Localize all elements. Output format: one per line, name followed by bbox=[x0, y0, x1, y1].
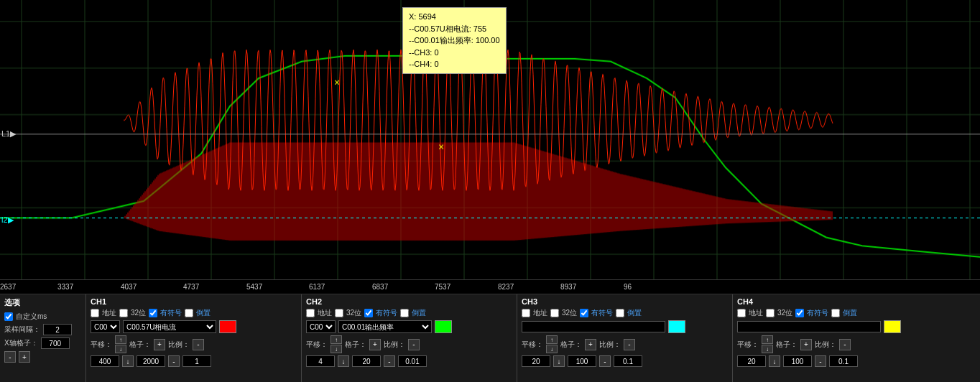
ch1-offset-down[interactable]: ↓ bbox=[115, 345, 126, 353]
ch2-invert-checkbox[interactable] bbox=[400, 309, 409, 317]
ch4-grid-input[interactable] bbox=[783, 355, 812, 367]
ch1-title: CH1 bbox=[91, 297, 297, 306]
options-minus-btn[interactable]: - bbox=[4, 351, 16, 363]
ch4-title: CH4 bbox=[737, 297, 944, 306]
ch1-signed-label: 有符号 bbox=[160, 308, 182, 318]
custom-ms-row: 自定义ms bbox=[4, 312, 81, 322]
x-grid-row: X轴格子： bbox=[4, 337, 81, 349]
ch3-invert-checkbox[interactable] bbox=[616, 309, 624, 317]
ch2-device-select[interactable]: C00 bbox=[306, 320, 336, 333]
ch2-device-row: C00 C00.01输出频率 bbox=[306, 320, 512, 333]
ch1-checkbox-row: 地址 32位 有符号 倒置 bbox=[91, 308, 297, 318]
ch1-color-box[interactable] bbox=[219, 320, 236, 333]
ch1-addr-label: 地址 bbox=[102, 308, 116, 318]
ch4-signed-label: 有符号 bbox=[807, 308, 828, 318]
ch4-offset-up[interactable]: ↑ bbox=[762, 335, 773, 344]
ch2-32bit-checkbox[interactable] bbox=[335, 309, 343, 317]
options-plus-btn[interactable]: + bbox=[19, 351, 30, 363]
ch2-grid-minus[interactable]: - bbox=[384, 355, 395, 367]
ch3-grid-plus[interactable]: + bbox=[585, 339, 596, 350]
ch4-values-row: ↓ - bbox=[737, 355, 944, 367]
ch1-grid-plus[interactable]: + bbox=[154, 339, 165, 350]
ch2-scale-input[interactable] bbox=[398, 355, 427, 367]
ch1-scale-input[interactable] bbox=[182, 355, 211, 367]
ch1-offset-up[interactable]: ↑ bbox=[115, 335, 126, 344]
ch2-channel-select[interactable]: C00.01输出频率 bbox=[338, 320, 432, 333]
ch1-values-row: ↓ - bbox=[91, 355, 297, 367]
ch2-addr-checkbox[interactable] bbox=[306, 309, 315, 317]
ch4-scale-label: 比例： bbox=[815, 340, 836, 350]
ch3-invert-label: 倒置 bbox=[627, 308, 642, 318]
ch1-invert-checkbox[interactable] bbox=[185, 309, 193, 317]
custom-ms-checkbox[interactable] bbox=[4, 312, 13, 321]
ch1-channel-select[interactable]: C00.57U相电流 bbox=[123, 320, 216, 333]
ch4-32bit-checkbox[interactable] bbox=[766, 309, 775, 317]
ch4-scale-input[interactable] bbox=[829, 355, 858, 367]
ch2-offset-down[interactable]: ↓ bbox=[330, 345, 342, 353]
ch4-offset-updown: ↑ ↓ bbox=[762, 335, 773, 353]
ch3-device-input[interactable] bbox=[522, 321, 665, 332]
ch1-signed-checkbox[interactable] bbox=[149, 309, 157, 317]
ch1-32bit-checkbox[interactable] bbox=[119, 309, 128, 317]
ch3-offset-input[interactable] bbox=[522, 355, 550, 367]
ch1-device-select[interactable]: C00 bbox=[91, 320, 120, 333]
ch1-grid-minus[interactable]: - bbox=[168, 355, 180, 367]
ch2-offset-up[interactable]: ↑ bbox=[330, 335, 342, 344]
ch4-scale-minus[interactable]: - bbox=[839, 339, 851, 350]
ch1-offset-label: 平移： bbox=[91, 340, 112, 350]
ch3-grid-minus[interactable]: - bbox=[599, 355, 611, 367]
ch3-scale-input[interactable] bbox=[614, 355, 642, 367]
ch4-offset-input[interactable] bbox=[737, 355, 766, 367]
ch1-offset-input[interactable] bbox=[91, 355, 119, 367]
x-label-5: 6137 bbox=[309, 283, 325, 291]
ch3-color-box[interactable] bbox=[668, 320, 685, 333]
options-section: 选项 自定义ms 采样间隔： X轴格子： - + bbox=[0, 294, 86, 382]
ch1-grid-input[interactable] bbox=[137, 355, 165, 367]
ch4-signed-checkbox[interactable] bbox=[795, 309, 804, 317]
ch2-offset-input[interactable] bbox=[306, 355, 335, 367]
ch4-addr-label: 地址 bbox=[749, 308, 763, 318]
ch2-signed-checkbox[interactable] bbox=[364, 309, 373, 317]
ch2-offset-down2[interactable]: ↓ bbox=[338, 355, 349, 367]
ch4-grid-plus[interactable]: + bbox=[800, 339, 812, 350]
x-label-10: 96 bbox=[624, 283, 632, 291]
ch2-checkbox-row: 地址 32位 有符号 倒置 bbox=[306, 308, 512, 318]
sample-interval-row: 采样间隔： bbox=[4, 324, 81, 335]
ch3-offset-up[interactable]: ↑ bbox=[546, 335, 558, 344]
ch4-params-row: 平移： ↑ ↓ 格子： + 比例： - bbox=[737, 335, 944, 353]
ch2-grid-input[interactable] bbox=[352, 355, 381, 367]
x-grid-input[interactable] bbox=[41, 337, 70, 349]
ch4-offset-down2[interactable]: ↓ bbox=[769, 355, 780, 367]
ch3-section: CH3 地址 32位 有符号 倒置 平移： ↑ ↓ 格子： + 比例： - bbox=[517, 294, 733, 382]
ch2-grid-plus[interactable]: + bbox=[369, 339, 381, 350]
ch4-device-input[interactable] bbox=[737, 321, 881, 332]
ch3-32bit-label: 32位 bbox=[562, 308, 577, 318]
ch3-scale-minus[interactable]: - bbox=[624, 339, 635, 350]
ch2-color-box[interactable] bbox=[435, 320, 452, 333]
ch4-offset-down[interactable]: ↓ bbox=[762, 345, 773, 353]
ch1-scale-minus[interactable]: - bbox=[193, 339, 204, 350]
chart-tooltip: X: 5694 --C00.57U相电流: 755 --C00.01输出频率: … bbox=[402, 7, 507, 74]
options-title: 选项 bbox=[4, 297, 81, 308]
x-label-1: 3337 bbox=[57, 283, 73, 291]
tooltip-line2: --C00.01输出频率: 100.00 bbox=[409, 34, 500, 47]
ch3-offset-down[interactable]: ↓ bbox=[546, 345, 558, 353]
ch1-offset-down2[interactable]: ↓ bbox=[122, 355, 134, 367]
ch3-signed-checkbox[interactable] bbox=[580, 309, 588, 317]
ch2-scale-minus[interactable]: - bbox=[408, 339, 420, 350]
ch3-values-row: ↓ - bbox=[522, 355, 728, 367]
ch1-offset-updown: ↑ ↓ bbox=[115, 335, 126, 353]
ch1-addr-checkbox[interactable] bbox=[91, 309, 99, 317]
ch3-addr-checkbox[interactable] bbox=[522, 309, 530, 317]
sample-interval-input[interactable] bbox=[43, 324, 72, 335]
ch3-grid-input[interactable] bbox=[568, 355, 596, 367]
ch1-grid-label: 格子： bbox=[129, 340, 151, 350]
ch3-params-row: 平移： ↑ ↓ 格子： + 比例： - bbox=[522, 335, 728, 353]
ch3-32bit-checkbox[interactable] bbox=[550, 309, 559, 317]
ch3-offset-down2[interactable]: ↓ bbox=[553, 355, 565, 367]
ch4-grid-minus[interactable]: - bbox=[815, 355, 826, 367]
tooltip-line4: --CH4: 0 bbox=[409, 58, 500, 70]
ch4-invert-checkbox[interactable] bbox=[831, 309, 840, 317]
ch4-addr-checkbox[interactable] bbox=[737, 309, 746, 317]
ch4-color-box[interactable] bbox=[884, 320, 901, 333]
